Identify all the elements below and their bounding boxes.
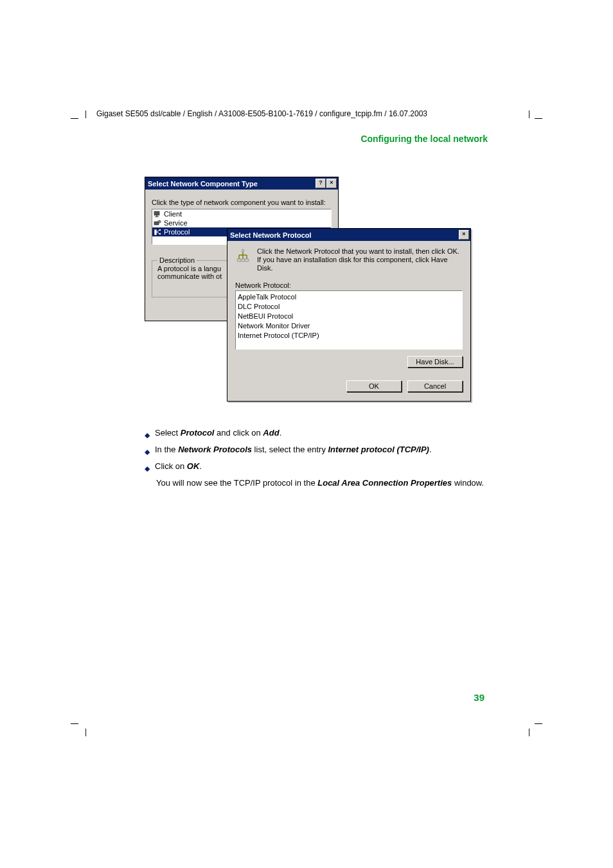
text: and click on: [214, 428, 263, 438]
dialog2-title: Select Network Protocol: [230, 231, 312, 239]
svg-rect-2: [155, 217, 159, 217]
text: window.: [452, 478, 484, 488]
svg-rect-0: [154, 211, 159, 215]
text: .: [280, 428, 282, 438]
text-bold: Network Protocols: [178, 445, 252, 454]
protocol-item[interactable]: Internet Protocol (TCP/IP): [238, 331, 460, 341]
text-bold: Local Area Connection Properties: [317, 478, 452, 488]
instruction-step: ◆ Click on OK.: [145, 460, 492, 475]
text: .: [199, 461, 202, 471]
text: You will now see the TCP/IP protocol in …: [156, 478, 317, 488]
text-bold: OK: [187, 461, 200, 471]
list-item-label: Service: [164, 219, 188, 227]
list-item-label: Protocol: [164, 228, 190, 236]
crop-pipe: |: [85, 727, 87, 736]
list-item-label: Client: [164, 210, 182, 218]
description-label: Description: [157, 256, 197, 264]
dialog1-titlebar: Select Network Component Type ? ×: [145, 177, 338, 190]
svg-rect-9: [241, 259, 245, 261]
protocol-item[interactable]: Network Monitor Driver: [238, 321, 460, 331]
crop-dash: [535, 118, 542, 119]
header-path: Gigaset SE505 dsl/cable / English / A310…: [96, 109, 427, 118]
protocol-item[interactable]: NetBEUI Protocol: [238, 312, 460, 321]
document-page: | | | | Gigaset SE505 dsl/cable / Englis…: [0, 0, 613, 868]
client-icon: [154, 211, 162, 218]
have-disk-button[interactable]: Have Disk...: [407, 356, 463, 368]
close-button[interactable]: ×: [326, 179, 337, 188]
ok-button[interactable]: OK: [346, 380, 402, 392]
svg-rect-5: [154, 229, 157, 235]
crop-pipe: |: [528, 727, 530, 736]
crop-pipe: |: [528, 109, 530, 118]
list-item-client[interactable]: Client: [152, 209, 331, 218]
dialog2-instruction: Click the Network Protocol that you want…: [257, 247, 463, 272]
protocol-item[interactable]: AppleTalk Protocol: [238, 292, 460, 302]
svg-rect-8: [237, 259, 241, 261]
dialog-select-network-protocol: Select Network Protocol ×: [227, 228, 471, 402]
crop-dash: [71, 723, 78, 724]
text: Select: [155, 428, 181, 438]
service-icon: [154, 220, 162, 227]
close-button[interactable]: ×: [459, 230, 469, 240]
list-item-service[interactable]: Service: [152, 218, 331, 227]
protocol-list[interactable]: AppleTalk Protocol DLC Protocol NetBEUI …: [235, 290, 463, 350]
crop-dash: [535, 723, 542, 724]
crop-pipe: |: [85, 109, 87, 118]
text: Click on: [155, 461, 187, 471]
instruction-list: ◆ Select Protocol and click on Add. ◆ In…: [145, 427, 492, 490]
page-number: 39: [474, 692, 484, 703]
instruction-followup: You will now see the TCP/IP protocol in …: [156, 477, 492, 490]
bullet-diamond-icon: ◆: [145, 429, 150, 441]
dialog1-prompt: Click the type of network component you …: [152, 199, 332, 206]
help-button[interactable]: ?: [315, 179, 326, 188]
text-bold: Protocol: [181, 428, 215, 438]
text-bold: Internet protocol (TCP/IP): [328, 445, 429, 454]
cancel-button[interactable]: Cancel: [407, 380, 463, 392]
svg-rect-1: [156, 215, 157, 217]
bullet-diamond-icon: ◆: [145, 462, 150, 475]
svg-point-6: [159, 229, 161, 230]
dialog2-titlebar: Select Network Protocol ×: [227, 229, 470, 241]
section-title: Configuring the local network: [360, 134, 488, 144]
svg-point-4: [158, 220, 161, 222]
instruction-step: ◆ Select Protocol and click on Add.: [145, 427, 492, 441]
svg-point-11: [242, 249, 244, 252]
dialog1-title: Select Network Component Type: [148, 180, 258, 188]
svg-rect-10: [245, 259, 249, 261]
text-bold: Add: [263, 428, 279, 438]
protocol-list-label: Network Protocol:: [235, 281, 463, 289]
text: .: [429, 445, 432, 454]
protocol-icon: [154, 229, 162, 236]
network-protocol-icon: [235, 249, 251, 264]
text: In the: [155, 445, 178, 454]
text: list, select the entry: [252, 445, 328, 454]
instruction-step: ◆ In the Network Protocols list, select …: [145, 443, 492, 458]
protocol-item[interactable]: DLC Protocol: [238, 302, 460, 312]
svg-point-7: [159, 233, 161, 234]
bullet-diamond-icon: ◆: [145, 445, 150, 458]
crop-dash: [71, 118, 78, 119]
